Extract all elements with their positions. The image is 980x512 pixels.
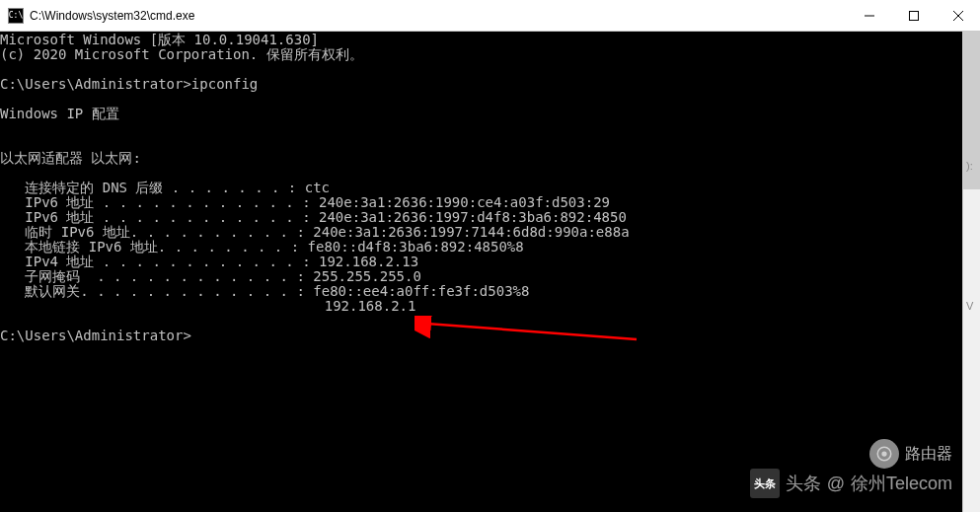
watermark-prefix: 头条 bbox=[786, 472, 821, 495]
maximize-button[interactable] bbox=[891, 0, 936, 31]
toutiao-icon: 头条 bbox=[750, 469, 780, 498]
prompt-line: C:\Users\Administrator> bbox=[0, 328, 191, 343]
side-glyph: V bbox=[966, 300, 973, 312]
scrollbar-track[interactable] bbox=[963, 32, 980, 512]
output-line: 临时 IPv6 地址. . . . . . . . . . : 240e:3a1… bbox=[0, 224, 630, 240]
output-line: (c) 2020 Microsoft Corporation. 保留所有权利。 bbox=[0, 46, 363, 62]
output-line: 以太网适配器 以太网: bbox=[0, 150, 141, 166]
watermark-name: 徐州Telecom bbox=[851, 472, 952, 495]
side-glyph: ): bbox=[966, 160, 973, 172]
toutiao-watermark: 头条 头条 @ 徐州Telecom bbox=[750, 469, 952, 498]
output-line: 默认网关. . . . . . . . . . . . . : fe80::ee… bbox=[0, 283, 529, 299]
watermark-at: @ bbox=[827, 474, 845, 494]
titlebar: C:\ C:\Windows\system32\cmd.exe bbox=[0, 0, 980, 32]
window-controls bbox=[847, 0, 980, 31]
cmd-icon: C:\ bbox=[8, 8, 24, 24]
output-line: 本地链接 IPv6 地址. . . . . . . . : fe80::d4f8… bbox=[0, 239, 524, 255]
router-watermark-label: 路由器 bbox=[905, 444, 952, 465]
terminal-output[interactable]: Microsoft Windows [版本 10.0.19041.630] (c… bbox=[0, 32, 962, 512]
output-line: Windows IP 配置 bbox=[0, 106, 119, 121]
output-line: IPv4 地址 . . . . . . . . . . . . : 192.16… bbox=[0, 254, 418, 269]
router-watermark: 路由器 bbox=[869, 439, 952, 469]
prompt-line: C:\Users\Administrator>ipconfig bbox=[0, 76, 258, 92]
minimize-button[interactable] bbox=[847, 0, 891, 31]
output-line: Microsoft Windows [版本 10.0.19041.630] bbox=[0, 32, 319, 47]
output-line: IPv6 地址 . . . . . . . . . . . . : 240e:3… bbox=[0, 209, 627, 225]
router-icon bbox=[869, 439, 899, 469]
output-line: 192.168.2.1 bbox=[0, 298, 415, 314]
output-line: 子网掩码 . . . . . . . . . . . . : 255.255.2… bbox=[0, 268, 421, 284]
output-line: IPv6 地址 . . . . . . . . . . . . : 240e:3… bbox=[0, 194, 610, 210]
scrollbar-area: ): V bbox=[962, 32, 980, 512]
close-button[interactable] bbox=[936, 0, 980, 31]
window-title: C:\Windows\system32\cmd.exe bbox=[30, 9, 847, 23]
svg-rect-1 bbox=[909, 11, 918, 20]
svg-point-7 bbox=[881, 451, 886, 456]
output-line: 连接特定的 DNS 后缀 . . . . . . . : ctc bbox=[0, 180, 330, 195]
